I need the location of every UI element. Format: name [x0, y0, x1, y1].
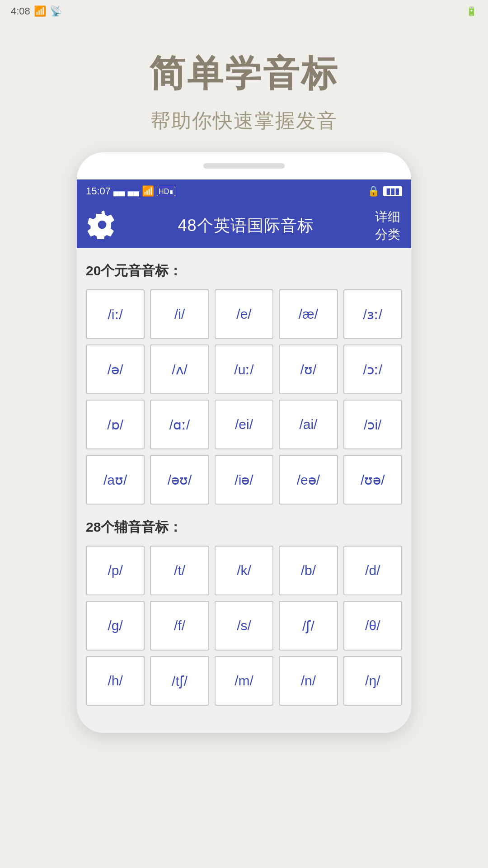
phone-wifi-icon: 📶 [142, 185, 154, 197]
phone-status-right: 🔒 ▮▮▮ [367, 185, 402, 197]
phonetic-cell-ae[interactable]: /æ/ [279, 289, 338, 339]
phone-status-bar: 15:07 ▄▄ ▄▄ 📶 HD∎ 🔒 ▮▮▮ [77, 179, 411, 203]
sub-title: 帮助你快速掌握发音 [0, 108, 488, 134]
phonetic-cell-ucolon[interactable]: /uː/ [215, 344, 273, 394]
phonetic-cell-i[interactable]: /i/ [150, 289, 209, 339]
phonetic-cell-iː[interactable]: /iː/ [86, 289, 145, 339]
phonetic-cell-f[interactable]: /f/ [150, 601, 209, 651]
app-header: 48个英语国际音标 详细分类 [77, 203, 411, 248]
phonetic-cell-n[interactable]: /n/ [279, 656, 338, 706]
phonetic-cell-d[interactable]: /d/ [343, 546, 402, 595]
phonetic-cell-au[interactable]: /aʊ/ [86, 455, 145, 505]
phonetic-cell-ua[interactable]: /ʊə/ [343, 455, 402, 505]
phonetic-cell-k[interactable]: /k/ [215, 546, 273, 595]
phone-signal2-icon: ▄▄ [128, 187, 140, 196]
phone-lock-icon: 🔒 [367, 185, 380, 197]
phonetic-cell-g[interactable]: /g/ [86, 601, 145, 651]
phonetic-cell-schwa-u[interactable]: /əʊ/ [150, 455, 209, 505]
app-header-title: 48个英语国际音标 [178, 215, 314, 237]
title-section: 简单学音标 帮助你快速掌握发音 [0, 23, 488, 152]
phonetic-cell-tsh[interactable]: /tʃ/ [150, 656, 209, 706]
phonetic-cell-ei[interactable]: /ei/ [215, 400, 273, 449]
outer-signal-icon: 📶 [34, 5, 46, 17]
gear-button[interactable] [88, 210, 117, 241]
outer-wifi-icon: 📡 [50, 5, 62, 17]
phonetic-cell-ocolon[interactable]: /ɔː/ [343, 344, 402, 394]
phonetic-cell-ea[interactable]: /eə/ [279, 455, 338, 505]
phone-time: 15:07 [86, 185, 111, 197]
phonetic-cell-upsilon[interactable]: /ʊ/ [279, 344, 338, 394]
phonetic-cell-t[interactable]: /t/ [150, 546, 209, 595]
consonant-grid: /p/ /t/ /k/ /b/ /d/ /g/ /f/ /s/ /ʃ/ /θ/ … [86, 546, 402, 706]
main-title: 简单学音标 [0, 50, 488, 99]
phonetic-cell-p[interactable]: /p/ [86, 546, 145, 595]
phone-battery-icon: ▮▮▮ [383, 186, 402, 196]
outer-time: 4:08 [11, 5, 30, 17]
speaker-bar [203, 163, 285, 169]
phonetic-cell-m[interactable]: /m/ [215, 656, 273, 706]
phonetic-cell-schwa[interactable]: /ə/ [86, 344, 145, 394]
phonetic-cell-oi[interactable]: /ɔi/ [343, 400, 402, 449]
phonetic-cell-theta[interactable]: /θ/ [343, 601, 402, 651]
consonant-section-title: 28个辅音音标： [86, 518, 402, 537]
phone-mockup: 15:07 ▄▄ ▄▄ 📶 HD∎ 🔒 ▮▮▮ 48个英语国际音标 详细分类 2… [77, 152, 411, 733]
phone-status-left: 15:07 ▄▄ ▄▄ 📶 HD∎ [86, 185, 175, 197]
phone-signal1-icon: ▄▄ [113, 187, 125, 196]
outer-status-bar: 4:08 📶 📡 🔋 [0, 0, 488, 23]
vowel-grid: /iː/ /i/ /e/ /æ/ /ɜː/ /ə/ /ʌ/ /uː/ /ʊ/ /… [86, 289, 402, 505]
phonetic-cell-sh[interactable]: /ʃ/ [279, 601, 338, 651]
vowel-section-title: 20个元音音标： [86, 262, 402, 280]
phone-top [77, 152, 411, 179]
app-content: 20个元音音标： /iː/ /i/ /e/ /æ/ /ɜː/ /ə/ /ʌ/ /… [77, 248, 411, 733]
phonetic-cell-acolon[interactable]: /ɑː/ [150, 400, 209, 449]
phonetic-cell-lambda[interactable]: /ʌ/ [150, 344, 209, 394]
header-detail-button[interactable]: 详细分类 [375, 208, 400, 243]
phonetic-cell-ng[interactable]: /ŋ/ [343, 656, 402, 706]
phonetic-cell-s[interactable]: /s/ [215, 601, 273, 651]
outer-battery-icon: 🔋 [466, 6, 477, 17]
phonetic-cell-ia[interactable]: /iə/ [215, 455, 273, 505]
phonetic-cell-o[interactable]: /ɒ/ [86, 400, 145, 449]
outer-status-right: 🔋 [466, 6, 477, 17]
phonetic-cell-b[interactable]: /b/ [279, 546, 338, 595]
phone-hd-label: HD∎ [157, 187, 175, 196]
outer-status-left: 4:08 📶 📡 [11, 5, 62, 17]
phonetic-cell-h[interactable]: /h/ [86, 656, 145, 706]
phonetic-cell-e[interactable]: /e/ [215, 289, 273, 339]
phonetic-cell-ai[interactable]: /ai/ [279, 400, 338, 449]
phonetic-cell-3colon[interactable]: /ɜː/ [343, 289, 402, 339]
